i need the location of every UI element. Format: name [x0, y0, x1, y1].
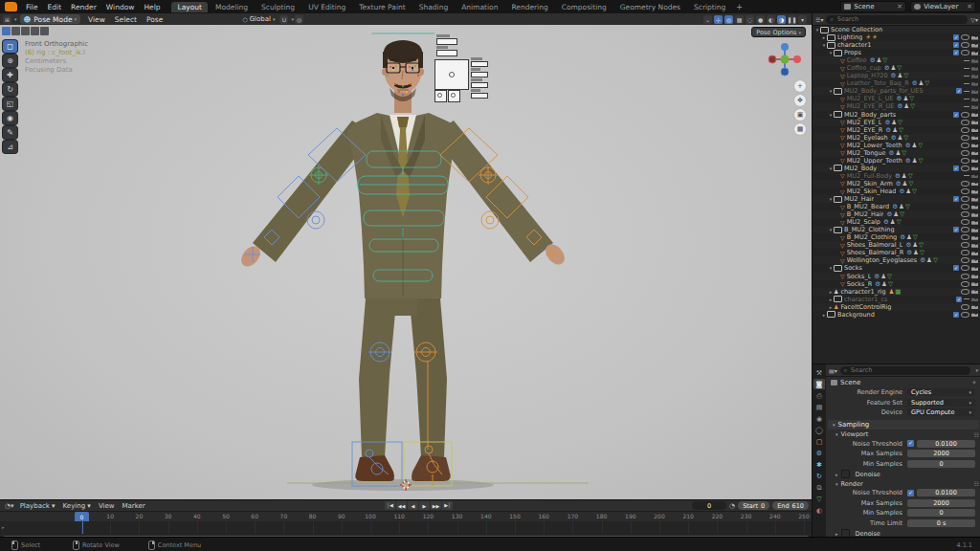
outliner-row[interactable]: ▽Wellington_Eyeglasses⚙♟▽	[813, 256, 980, 264]
viewport-menu-select[interactable]: Select	[110, 15, 142, 24]
workspace-tab-shading[interactable]: Shading	[413, 2, 454, 12]
collection-checkbox[interactable]: ✓	[953, 165, 959, 171]
properties-tab-view-layer[interactable]: ▤	[813, 402, 825, 412]
hide-viewport-icon[interactable]	[961, 34, 969, 40]
filter-icon[interactable]: ▽▾	[970, 16, 978, 23]
shading-rendered[interactable]: ◑	[777, 15, 786, 24]
outliner-row[interactable]: ▾Socks✓	[813, 264, 980, 272]
disable-render-icon[interactable]	[971, 281, 978, 286]
hidden-eye-icon[interactable]	[964, 76, 969, 77]
collection-checkbox[interactable]: ✓	[953, 34, 959, 40]
shading-wireframe[interactable]: ◌	[746, 15, 754, 24]
hide-viewport-icon[interactable]	[961, 265, 969, 271]
outliner-row[interactable]: ▸Background✓	[813, 311, 980, 319]
disable-render-icon[interactable]	[971, 135, 978, 140]
hide-viewport-icon[interactable]	[961, 158, 969, 164]
collection-checkbox[interactable]: ✓	[953, 50, 959, 55]
properties-tab-modifiers[interactable]: ⚙	[813, 448, 825, 458]
outliner-row[interactable]: ▽MU2_EYE_L_UE⚙♟▽	[813, 95, 980, 102]
property-checkbox[interactable]: ✓	[907, 440, 914, 447]
hide-viewport-icon[interactable]	[961, 188, 969, 194]
picker-slider[interactable]	[471, 61, 488, 67]
axis-y-ball[interactable]	[781, 55, 790, 64]
select-mode-subtract-button[interactable]	[21, 27, 30, 35]
outliner-row[interactable]: ▽MU2_EYE_L⚙♟▽	[813, 119, 980, 126]
picker-slider[interactable]	[436, 38, 457, 45]
picker-slider[interactable]	[471, 82, 488, 88]
outliner-row[interactable]: ▸♟character1_rig♟▦	[813, 288, 980, 296]
hide-viewport-icon[interactable]	[961, 289, 969, 295]
render-subsection-header[interactable]: ▾ Render ☷	[834, 479, 979, 488]
tool-transform[interactable]: ◉	[3, 112, 17, 124]
tool-select-box[interactable]: ◻	[3, 40, 17, 53]
timeline-menu-marker[interactable]: Marker	[119, 502, 149, 510]
disable-render-icon[interactable]	[971, 58, 978, 63]
tool-annotate[interactable]: ✎	[3, 126, 17, 139]
property-field[interactable]: 0 s	[907, 519, 975, 527]
outliner-row[interactable]: ▽Laptop_H720⚙♟▽	[813, 72, 980, 79]
properties-tab-physics[interactable]: ↻	[813, 471, 825, 481]
picker-2d-handle[interactable]	[449, 72, 455, 77]
disable-render-icon[interactable]	[971, 251, 978, 255]
disable-render-icon[interactable]	[971, 81, 978, 86]
properties-tab-world[interactable]: ◯	[813, 425, 825, 435]
disable-render-icon[interactable]	[971, 235, 978, 240]
disable-render-icon[interactable]	[971, 66, 978, 71]
timeline-editor-icon[interactable]: ◔▾	[5, 502, 14, 510]
workspace-tab-texture-paint[interactable]: Texture Paint	[353, 2, 411, 12]
hidden-eye-icon[interactable]	[964, 83, 969, 84]
viewlayer-selector[interactable]: ViewLayer ✕	[910, 1, 976, 12]
display-mode-icon[interactable]: ☰▾	[815, 16, 823, 23]
collection-checkbox[interactable]: ✓	[953, 112, 959, 118]
outliner-row[interactable]: ▽MU2_Full-Body⚙♟▽	[813, 172, 980, 180]
disable-render-icon[interactable]	[971, 173, 978, 178]
disable-render-icon[interactable]	[971, 258, 978, 263]
outliner-row[interactable]: ▾B_MU2_Clothing✓	[813, 226, 980, 233]
properties-tab-material[interactable]: ◐	[813, 505, 825, 516]
denoise-checkbox[interactable]	[841, 470, 850, 478]
disable-render-icon[interactable]	[971, 228, 978, 232]
prev-keyframe-button[interactable]: ◀◀	[396, 501, 407, 510]
workspace-tab-rendering[interactable]: Rendering	[505, 2, 553, 12]
property-field[interactable]: 0	[907, 509, 975, 517]
disable-render-icon[interactable]	[971, 35, 978, 40]
outliner-row[interactable]: ▽MU2_Skin_Head⚙♟▽	[813, 187, 980, 195]
property-field[interactable]: 2000	[907, 499, 975, 507]
property-field[interactable]: 2000	[907, 450, 975, 457]
disable-render-icon[interactable]	[971, 120, 978, 124]
disable-render-icon[interactable]	[971, 89, 978, 94]
tool-scale[interactable]: ◱	[3, 98, 17, 110]
disable-render-icon[interactable]	[971, 150, 978, 155]
hidden-eye-icon[interactable]	[964, 99, 969, 99]
overlays-toggle[interactable]: ◎	[724, 15, 733, 24]
hide-viewport-icon[interactable]	[961, 304, 969, 310]
outliner-row[interactable]: ▾MU2_Body✓	[813, 165, 980, 172]
workspace-tab-modeling[interactable]: Modeling	[210, 2, 254, 12]
selectability-dropdown[interactable]: ⌄	[703, 15, 712, 24]
menu-window[interactable]: Window	[101, 3, 140, 11]
axis-z-positive[interactable]	[781, 43, 789, 51]
viewport-menu-pose[interactable]: Pose	[142, 15, 167, 24]
collection-checkbox[interactable]: ✓	[953, 227, 959, 232]
properties-tab-output[interactable]: ⎙	[813, 390, 825, 401]
property-field[interactable]: 0.0100	[917, 440, 975, 448]
disable-render-icon[interactable]	[971, 165, 978, 170]
disable-render-icon[interactable]	[971, 243, 978, 248]
collection-checkbox[interactable]: ✓	[956, 297, 962, 302]
outliner-row[interactable]: ▾MU2_Body_parts_for_UE5✓	[813, 87, 980, 95]
outliner-row[interactable]: ▽MU2_Skin_Arm⚙♟▽	[813, 180, 980, 187]
hide-viewport-icon[interactable]	[961, 242, 969, 248]
hidden-eye-icon[interactable]	[964, 60, 969, 61]
property-checkbox[interactable]: ✓	[907, 490, 914, 496]
xray-toggle[interactable]: ▩	[735, 15, 744, 24]
property-field[interactable]: GPU Compute▾	[907, 408, 975, 416]
picker-slider[interactable]	[471, 93, 488, 99]
axis-x-positive[interactable]	[793, 55, 801, 63]
hide-viewport-icon[interactable]	[961, 234, 969, 240]
hidden-eye-icon[interactable]	[964, 298, 969, 299]
timeline-menu-playback[interactable]: Playback ▾	[16, 502, 59, 510]
unpin-icon[interactable]: ✕	[897, 3, 902, 11]
disable-render-icon[interactable]	[971, 189, 978, 194]
outliner-row[interactable]: ▽MU2_Upper_Teeth⚙♟▽	[813, 157, 980, 165]
keying-clock-icon[interactable]: ◔	[729, 502, 735, 510]
